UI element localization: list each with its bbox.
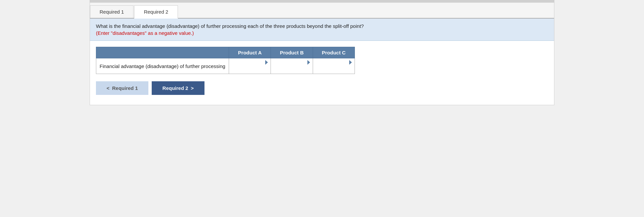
question-main-text: What is the financial advantage (disadva… <box>96 23 548 29</box>
tab-required-2-label: Required 2 <box>144 9 168 15</box>
input-cell-product-b <box>271 58 313 74</box>
nav-buttons: < Required 1 Required 2 > <box>90 74 554 105</box>
prev-button-label: Required 1 <box>112 85 138 91</box>
tab-required-1[interactable]: Required 1 <box>90 5 133 18</box>
next-button-label: Required 2 <box>162 85 188 91</box>
data-table: Product A Product B Product C Financial … <box>96 47 355 74</box>
tab-required-1-label: Required 1 <box>100 9 124 15</box>
chevron-left-icon: < <box>107 85 110 91</box>
triangle-indicator-c <box>349 60 352 65</box>
table-header-empty <box>96 47 229 58</box>
input-cell-product-a <box>229 58 271 74</box>
tab-required-2[interactable]: Required 2 <box>134 5 178 19</box>
page-wrapper: Required 1 Required 2 What is the financ… <box>90 3 554 105</box>
tabs-container: Required 1 Required 2 <box>90 3 554 19</box>
table-header-product-a: Product A <box>229 47 271 58</box>
input-product-c[interactable] <box>314 65 353 73</box>
input-product-a[interactable] <box>230 65 269 73</box>
row-label: Financial advantage (disadvantage) of fu… <box>96 58 229 74</box>
input-product-b[interactable] <box>272 65 311 73</box>
question-note-text: (Enter "disadvantages" as a negative val… <box>96 30 548 36</box>
triangle-indicator-a <box>265 60 268 65</box>
table-header-product-b: Product B <box>271 47 313 58</box>
table-header-product-c: Product C <box>313 47 355 58</box>
table-row: Financial advantage (disadvantage) of fu… <box>96 58 355 74</box>
input-cell-product-c <box>313 58 355 74</box>
table-header-row: Product A Product B Product C <box>96 47 355 58</box>
prev-button[interactable]: < Required 1 <box>96 81 148 95</box>
chevron-right-icon: > <box>191 85 194 91</box>
next-button[interactable]: Required 2 > <box>152 81 204 95</box>
question-area: What is the financial advantage (disadva… <box>90 19 554 41</box>
table-area: Product A Product B Product C Financial … <box>90 41 554 74</box>
triangle-indicator-b <box>307 60 310 65</box>
